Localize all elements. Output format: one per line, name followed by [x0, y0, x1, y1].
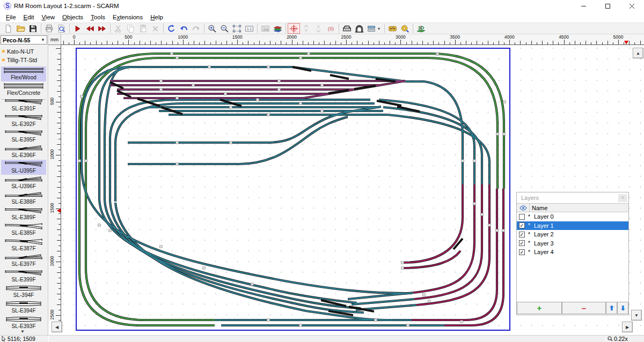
layers-icon[interactable]: [272, 23, 284, 34]
figures-icon[interactable]: [386, 23, 399, 34]
cursor-coordinates: 5116; 1509: [8, 336, 35, 342]
layers-name-header: Name: [530, 205, 547, 211]
visibility-eye-icon: [517, 204, 530, 212]
layer-visibility-checkbox[interactable]: ✓: [519, 240, 525, 246]
sidebar-item-sl-u395f[interactable]: SL-U395F: [1, 160, 46, 175]
scroll-right-button[interactable]: ▶: [622, 322, 633, 332]
layer-name: Layer 3: [534, 240, 554, 247]
height-down-icon: h: [312, 23, 325, 34]
menu-tools[interactable]: Tools: [87, 13, 109, 21]
new-icon[interactable]: [2, 23, 14, 34]
paste-icon: [137, 23, 149, 34]
prev-track-icon[interactable]: [84, 23, 96, 34]
sidebar-scroll-down-icon[interactable]: ▼: [20, 329, 25, 334]
cursor-icon: [2, 336, 6, 341]
track-piece-icon: [1, 175, 46, 183]
sidebar-item-sl-e399f[interactable]: SL-E399F: [1, 269, 46, 284]
layer-visibility-checkbox[interactable]: [519, 214, 525, 220]
library-select[interactable]: Peco-N-55 ▼: [1, 35, 47, 44]
layers-panel-close-icon[interactable]: ✕: [618, 194, 627, 202]
bridge-icon[interactable]: [341, 23, 353, 34]
zoom-area-icon[interactable]: [231, 23, 243, 34]
favorite-library-tillig-tt-std[interactable]: ★Tillig-TT-Std: [1, 56, 37, 64]
measure-icon[interactable]: [399, 23, 411, 34]
track-piece-label: SL-E391F: [1, 105, 46, 112]
layer-row-layer-1[interactable]: ✓*Layer 1: [517, 221, 628, 231]
sidebar-item-sl-e385f[interactable]: SL-E385F: [1, 222, 46, 237]
layer-row-layer-0[interactable]: *Layer 0: [517, 212, 628, 221]
favorite-library-kato-n-ut[interactable]: ★Kato-N-UT: [1, 47, 34, 55]
layer-row-layer-4[interactable]: ✓*Layer 4: [517, 248, 628, 257]
sidebar-item-sl-e387f[interactable]: SL-E387F: [1, 237, 46, 252]
sidebar-item-sl-e397f[interactable]: SL-E397F: [1, 253, 46, 268]
layers-panel-titlebar: Layers ✕: [517, 192, 628, 203]
redo-icon: [190, 23, 202, 34]
track-piece-label: SL-E385F: [1, 229, 46, 236]
baseboard-dropdown-icon[interactable]: ▾: [378, 23, 383, 34]
star-icon: ★: [1, 48, 6, 54]
maximize-icon[interactable]: [596, 0, 620, 12]
remove-layer-button[interactable]: –: [562, 302, 606, 314]
sidebar-item-sl-u396f[interactable]: SL-U396F: [1, 175, 46, 190]
layer-visibility-checkbox[interactable]: ✓: [519, 222, 525, 228]
move-layer-up-button[interactable]: ⬆: [606, 302, 617, 314]
view-3d-icon[interactable]: 3D: [415, 23, 427, 34]
layers-panel: Layers ✕ Name *Layer 0✓*Layer 1✓*Layer 2…: [516, 192, 629, 315]
start-point-icon[interactable]: [71, 23, 84, 34]
track-piece-icon: [1, 98, 46, 105]
track-piece-label: SL-E394F: [1, 307, 46, 314]
scroll-down-button[interactable]: ▼: [631, 310, 642, 321]
menu-objects[interactable]: Objects: [58, 13, 87, 21]
track-piece-label: SL-E397F: [1, 261, 46, 267]
layer-visibility-checkbox[interactable]: ✓: [519, 249, 525, 255]
sidebar-item-flex-wood[interactable]: Flex/Wood: [1, 66, 46, 81]
layer-name: Layer 4: [534, 249, 554, 255]
vertical-ruler: 5001000150020002500: [48, 45, 61, 322]
track-library-sidebar: Peco-N-55 ▼ ★Kato-N-UT★Tillig-TT-Std Fle…: [0, 34, 48, 335]
minimize-icon[interactable]: [572, 0, 596, 12]
layer-visibility-checkbox[interactable]: ✓: [519, 232, 525, 237]
sidebar-item-sl-e395f[interactable]: SL-E395F: [1, 129, 46, 144]
sidebar-item-flex-concrete[interactable]: Flex/Concrete: [1, 82, 46, 97]
zoom-level-icon: [608, 336, 613, 341]
menu-edit[interactable]: Edit: [20, 13, 38, 21]
save-icon[interactable]: [27, 23, 39, 34]
menu-help[interactable]: Help: [147, 13, 167, 21]
undo-icon[interactable]: [178, 23, 190, 34]
menu-extensions[interactable]: Extensions: [109, 13, 147, 21]
print-preview-icon[interactable]: [55, 23, 68, 34]
menu-file[interactable]: File: [2, 13, 20, 21]
sidebar-item-sl-394f[interactable]: SL-394F: [1, 284, 46, 299]
add-layer-button[interactable]: +: [517, 302, 562, 314]
layer-row-layer-3[interactable]: ✓*Layer 3: [517, 239, 628, 248]
scroll-left-button[interactable]: ◀: [52, 322, 62, 332]
open-icon[interactable]: [14, 23, 27, 34]
sidebar-item-sl-e396f[interactable]: SL-E396F: [1, 144, 46, 159]
horizontal-ruler: 0500100015002000250030003500400045005000: [61, 34, 644, 45]
close-icon[interactable]: [620, 0, 644, 12]
zoom-in-icon[interactable]: [206, 23, 218, 34]
tunnel-icon[interactable]: [353, 23, 365, 34]
track-piece-label: SL-E388F: [1, 198, 46, 205]
rotate-icon[interactable]: [165, 23, 178, 34]
layer-row-layer-2[interactable]: ✓*Layer 2: [517, 230, 628, 239]
sidebar-item-sl-e391f[interactable]: SL-E391F: [1, 98, 46, 113]
next-track-icon[interactable]: [96, 23, 108, 34]
zoom-1-1-icon[interactable]: 1:1: [243, 23, 255, 34]
move-layer-down-button[interactable]: ⬇: [617, 302, 628, 314]
menu-view[interactable]: View: [38, 13, 58, 21]
sidebar-item-sl-e393f[interactable]: SL-E393F: [1, 315, 46, 330]
scroll-up-button[interactable]: ▲: [633, 48, 643, 58]
height-zero-icon[interactable]: (0): [325, 23, 337, 34]
baseboard-icon[interactable]: [365, 23, 378, 34]
zoom-out-icon[interactable]: [218, 23, 231, 34]
sidebar-item-sl-e392f[interactable]: SL-E392F: [1, 113, 46, 128]
track-piece-icon: [1, 237, 46, 245]
sidebar-item-sl-e394f[interactable]: SL-E394F: [1, 300, 46, 315]
track-piece-label: SL-E396F: [1, 152, 46, 159]
height-point-icon[interactable]: h: [288, 23, 300, 34]
height-up-icon: h: [300, 23, 312, 34]
print-icon[interactable]: [43, 23, 55, 34]
sidebar-item-sl-e388f[interactable]: SL-E388F: [1, 191, 46, 206]
sidebar-item-sl-e389f[interactable]: SL-E389F: [1, 206, 46, 221]
